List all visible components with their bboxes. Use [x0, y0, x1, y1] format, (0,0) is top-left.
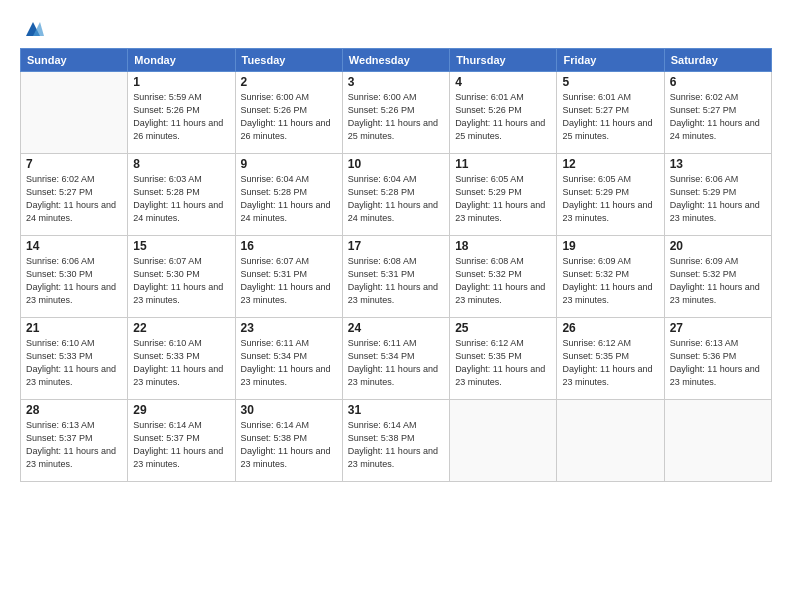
day-number: 20: [670, 239, 766, 253]
calendar-cell: 15Sunrise: 6:07 AMSunset: 5:30 PMDayligh…: [128, 236, 235, 318]
col-header-friday: Friday: [557, 49, 664, 72]
day-info: Sunrise: 6:10 AMSunset: 5:33 PMDaylight:…: [26, 337, 122, 389]
calendar-cell: 25Sunrise: 6:12 AMSunset: 5:35 PMDayligh…: [450, 318, 557, 400]
day-number: 10: [348, 157, 444, 171]
day-number: 6: [670, 75, 766, 89]
day-info: Sunrise: 6:12 AMSunset: 5:35 PMDaylight:…: [562, 337, 658, 389]
calendar-cell: 7Sunrise: 6:02 AMSunset: 5:27 PMDaylight…: [21, 154, 128, 236]
calendar-cell: [557, 400, 664, 482]
calendar-cell: 13Sunrise: 6:06 AMSunset: 5:29 PMDayligh…: [664, 154, 771, 236]
day-number: 18: [455, 239, 551, 253]
calendar-cell: 2Sunrise: 6:00 AMSunset: 5:26 PMDaylight…: [235, 72, 342, 154]
day-number: 7: [26, 157, 122, 171]
calendar-cell: 16Sunrise: 6:07 AMSunset: 5:31 PMDayligh…: [235, 236, 342, 318]
day-info: Sunrise: 6:11 AMSunset: 5:34 PMDaylight:…: [348, 337, 444, 389]
day-number: 13: [670, 157, 766, 171]
day-info: Sunrise: 6:04 AMSunset: 5:28 PMDaylight:…: [348, 173, 444, 225]
day-number: 30: [241, 403, 337, 417]
day-info: Sunrise: 6:14 AMSunset: 5:37 PMDaylight:…: [133, 419, 229, 471]
day-number: 22: [133, 321, 229, 335]
week-row-2: 7Sunrise: 6:02 AMSunset: 5:27 PMDaylight…: [21, 154, 772, 236]
calendar-cell: 19Sunrise: 6:09 AMSunset: 5:32 PMDayligh…: [557, 236, 664, 318]
day-info: Sunrise: 6:09 AMSunset: 5:32 PMDaylight:…: [562, 255, 658, 307]
day-info: Sunrise: 6:01 AMSunset: 5:27 PMDaylight:…: [562, 91, 658, 143]
day-info: Sunrise: 6:12 AMSunset: 5:35 PMDaylight:…: [455, 337, 551, 389]
calendar-cell: 30Sunrise: 6:14 AMSunset: 5:38 PMDayligh…: [235, 400, 342, 482]
col-header-wednesday: Wednesday: [342, 49, 449, 72]
day-number: 31: [348, 403, 444, 417]
day-number: 9: [241, 157, 337, 171]
calendar-cell: 9Sunrise: 6:04 AMSunset: 5:28 PMDaylight…: [235, 154, 342, 236]
calendar-cell: [664, 400, 771, 482]
day-number: 5: [562, 75, 658, 89]
day-info: Sunrise: 6:02 AMSunset: 5:27 PMDaylight:…: [26, 173, 122, 225]
day-info: Sunrise: 6:14 AMSunset: 5:38 PMDaylight:…: [241, 419, 337, 471]
day-number: 27: [670, 321, 766, 335]
day-number: 8: [133, 157, 229, 171]
day-number: 11: [455, 157, 551, 171]
day-info: Sunrise: 6:11 AMSunset: 5:34 PMDaylight:…: [241, 337, 337, 389]
day-info: Sunrise: 6:13 AMSunset: 5:37 PMDaylight:…: [26, 419, 122, 471]
day-info: Sunrise: 6:05 AMSunset: 5:29 PMDaylight:…: [562, 173, 658, 225]
day-number: 12: [562, 157, 658, 171]
calendar-table: SundayMondayTuesdayWednesdayThursdayFrid…: [20, 48, 772, 482]
calendar-cell: 6Sunrise: 6:02 AMSunset: 5:27 PMDaylight…: [664, 72, 771, 154]
calendar-cell: 14Sunrise: 6:06 AMSunset: 5:30 PMDayligh…: [21, 236, 128, 318]
day-number: 3: [348, 75, 444, 89]
day-info: Sunrise: 6:08 AMSunset: 5:32 PMDaylight:…: [455, 255, 551, 307]
calendar-cell: 12Sunrise: 6:05 AMSunset: 5:29 PMDayligh…: [557, 154, 664, 236]
day-number: 23: [241, 321, 337, 335]
calendar-cell: 26Sunrise: 6:12 AMSunset: 5:35 PMDayligh…: [557, 318, 664, 400]
day-info: Sunrise: 6:02 AMSunset: 5:27 PMDaylight:…: [670, 91, 766, 143]
day-number: 4: [455, 75, 551, 89]
calendar-cell: 24Sunrise: 6:11 AMSunset: 5:34 PMDayligh…: [342, 318, 449, 400]
day-info: Sunrise: 6:07 AMSunset: 5:30 PMDaylight:…: [133, 255, 229, 307]
day-number: 16: [241, 239, 337, 253]
day-info: Sunrise: 6:06 AMSunset: 5:29 PMDaylight:…: [670, 173, 766, 225]
logo: [20, 18, 44, 40]
week-row-1: 1Sunrise: 5:59 AMSunset: 5:26 PMDaylight…: [21, 72, 772, 154]
day-number: 21: [26, 321, 122, 335]
col-header-sunday: Sunday: [21, 49, 128, 72]
day-number: 1: [133, 75, 229, 89]
calendar-cell: 10Sunrise: 6:04 AMSunset: 5:28 PMDayligh…: [342, 154, 449, 236]
col-header-monday: Monday: [128, 49, 235, 72]
calendar-cell: 29Sunrise: 6:14 AMSunset: 5:37 PMDayligh…: [128, 400, 235, 482]
day-number: 29: [133, 403, 229, 417]
col-header-saturday: Saturday: [664, 49, 771, 72]
calendar-cell: 5Sunrise: 6:01 AMSunset: 5:27 PMDaylight…: [557, 72, 664, 154]
day-number: 2: [241, 75, 337, 89]
day-info: Sunrise: 6:04 AMSunset: 5:28 PMDaylight:…: [241, 173, 337, 225]
calendar-cell: 4Sunrise: 6:01 AMSunset: 5:26 PMDaylight…: [450, 72, 557, 154]
day-info: Sunrise: 6:00 AMSunset: 5:26 PMDaylight:…: [241, 91, 337, 143]
day-number: 19: [562, 239, 658, 253]
logo-icon: [22, 18, 44, 40]
calendar-cell: [450, 400, 557, 482]
day-info: Sunrise: 6:07 AMSunset: 5:31 PMDaylight:…: [241, 255, 337, 307]
calendar-cell: 27Sunrise: 6:13 AMSunset: 5:36 PMDayligh…: [664, 318, 771, 400]
week-row-4: 21Sunrise: 6:10 AMSunset: 5:33 PMDayligh…: [21, 318, 772, 400]
calendar-cell: 8Sunrise: 6:03 AMSunset: 5:28 PMDaylight…: [128, 154, 235, 236]
day-number: 14: [26, 239, 122, 253]
day-info: Sunrise: 6:10 AMSunset: 5:33 PMDaylight:…: [133, 337, 229, 389]
calendar-cell: 1Sunrise: 5:59 AMSunset: 5:26 PMDaylight…: [128, 72, 235, 154]
day-number: 24: [348, 321, 444, 335]
day-info: Sunrise: 6:01 AMSunset: 5:26 PMDaylight:…: [455, 91, 551, 143]
calendar-cell: 20Sunrise: 6:09 AMSunset: 5:32 PMDayligh…: [664, 236, 771, 318]
calendar-cell: 17Sunrise: 6:08 AMSunset: 5:31 PMDayligh…: [342, 236, 449, 318]
col-header-thursday: Thursday: [450, 49, 557, 72]
calendar-cell: 31Sunrise: 6:14 AMSunset: 5:38 PMDayligh…: [342, 400, 449, 482]
day-number: 25: [455, 321, 551, 335]
week-row-5: 28Sunrise: 6:13 AMSunset: 5:37 PMDayligh…: [21, 400, 772, 482]
header: [20, 18, 772, 40]
day-info: Sunrise: 6:08 AMSunset: 5:31 PMDaylight:…: [348, 255, 444, 307]
day-info: Sunrise: 6:05 AMSunset: 5:29 PMDaylight:…: [455, 173, 551, 225]
calendar-cell: 21Sunrise: 6:10 AMSunset: 5:33 PMDayligh…: [21, 318, 128, 400]
day-info: Sunrise: 6:13 AMSunset: 5:36 PMDaylight:…: [670, 337, 766, 389]
col-header-tuesday: Tuesday: [235, 49, 342, 72]
day-info: Sunrise: 6:03 AMSunset: 5:28 PMDaylight:…: [133, 173, 229, 225]
calendar-cell: [21, 72, 128, 154]
day-number: 26: [562, 321, 658, 335]
day-number: 28: [26, 403, 122, 417]
header-row: SundayMondayTuesdayWednesdayThursdayFrid…: [21, 49, 772, 72]
